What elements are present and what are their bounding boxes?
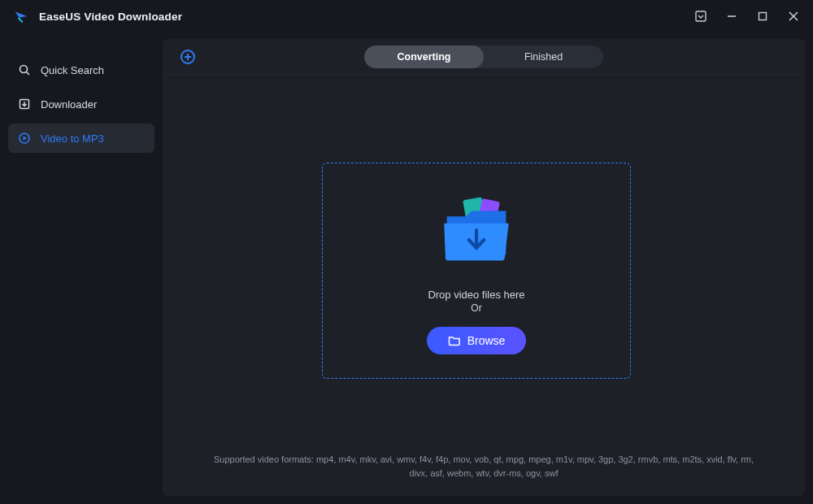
- browse-button-label: Browse: [467, 334, 506, 347]
- content-toolbar: Converting Finished: [163, 39, 805, 75]
- dropdown-icon[interactable]: [693, 8, 709, 24]
- supported-formats: Supported video formats: mp4, m4v, mkv, …: [163, 453, 805, 481]
- sidebar-item-downloader[interactable]: Downloader: [8, 89, 154, 119]
- folder-open-icon: [448, 334, 461, 347]
- dropzone-text-line1: Drop video files here: [428, 289, 524, 301]
- svg-rect-0: [696, 11, 706, 21]
- app-title: EaseUS Video Downloader: [39, 11, 182, 23]
- tab-label: Converting: [398, 51, 451, 63]
- download-icon: [18, 98, 31, 111]
- add-button[interactable]: [179, 48, 197, 66]
- play-icon: [18, 132, 31, 145]
- tab-finished[interactable]: Finished: [484, 46, 603, 68]
- app-logo: [11, 7, 31, 26]
- sidebar-item-label: Video to MP3: [41, 133, 104, 145]
- svg-rect-2: [759, 13, 767, 20]
- svg-line-6: [27, 72, 30, 76]
- titlebar: EaseUS Video Downloader: [0, 0, 813, 33]
- tabs: Converting Finished: [364, 46, 603, 68]
- sidebar-item-label: Downloader: [41, 98, 97, 111]
- dropzone[interactable]: Drop video files here Or Browse: [322, 163, 631, 379]
- folder-illustration: [432, 186, 521, 276]
- sidebar-item-quick-search[interactable]: Quick Search: [8, 55, 154, 85]
- svg-point-5: [20, 66, 28, 73]
- browse-button[interactable]: Browse: [427, 327, 527, 354]
- minimize-button[interactable]: [724, 8, 740, 24]
- sidebar-item-label: Quick Search: [41, 64, 104, 76]
- close-button[interactable]: [785, 8, 802, 24]
- content-panel: Converting Finished: [163, 39, 805, 496]
- dropzone-text-line2: Or: [471, 302, 481, 314]
- sidebar-item-video-to-mp3[interactable]: Video to MP3: [8, 124, 154, 153]
- tab-label: Finished: [524, 51, 563, 63]
- maximize-button[interactable]: [754, 8, 771, 24]
- formats-text: Supported video formats: mp4, m4v, mkv, …: [214, 454, 754, 479]
- tab-converting[interactable]: Converting: [364, 46, 484, 68]
- sidebar: Quick Search Downloader Video to MP3: [0, 33, 163, 504]
- window-controls: [693, 8, 802, 24]
- search-icon: [18, 63, 31, 76]
